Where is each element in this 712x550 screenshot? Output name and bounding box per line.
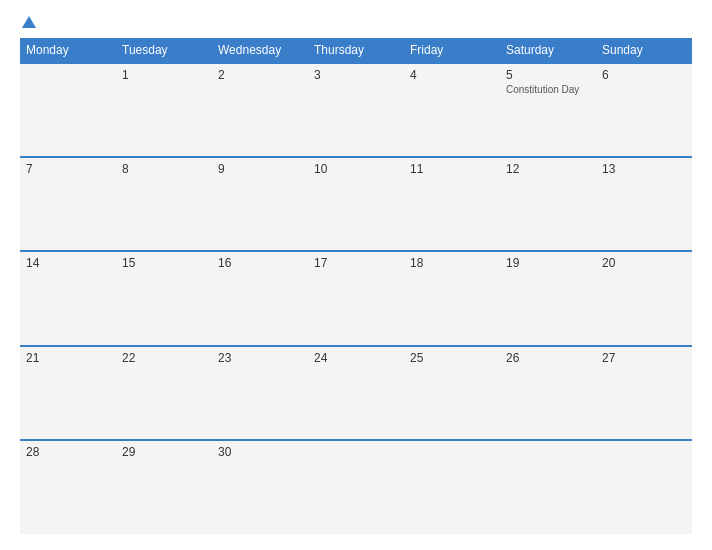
calendar-cell: 4 <box>404 63 500 157</box>
day-number: 20 <box>602 256 686 270</box>
calendar-header-row: MondayTuesdayWednesdayThursdayFridaySatu… <box>20 38 692 63</box>
calendar-cell <box>596 440 692 534</box>
weekday-header: Monday <box>20 38 116 63</box>
calendar-cell <box>20 63 116 157</box>
day-number: 21 <box>26 351 110 365</box>
day-number: 15 <box>122 256 206 270</box>
calendar-cell: 26 <box>500 346 596 440</box>
calendar-cell <box>308 440 404 534</box>
calendar-cell: 9 <box>212 157 308 251</box>
day-number: 7 <box>26 162 110 176</box>
calendar-cell: 7 <box>20 157 116 251</box>
weekday-header: Tuesday <box>116 38 212 63</box>
calendar-cell: 15 <box>116 251 212 345</box>
day-number: 14 <box>26 256 110 270</box>
calendar-header <box>20 16 692 28</box>
calendar-cell: 10 <box>308 157 404 251</box>
day-number: 24 <box>314 351 398 365</box>
day-number: 11 <box>410 162 494 176</box>
calendar-cell: 16 <box>212 251 308 345</box>
day-number: 13 <box>602 162 686 176</box>
calendar-cell: 23 <box>212 346 308 440</box>
calendar-cell: 27 <box>596 346 692 440</box>
calendar-cell: 28 <box>20 440 116 534</box>
calendar-cell: 3 <box>308 63 404 157</box>
calendar-cell: 11 <box>404 157 500 251</box>
calendar-cell: 25 <box>404 346 500 440</box>
logo-triangle-icon <box>22 16 36 28</box>
calendar-week-row: 21222324252627 <box>20 346 692 440</box>
day-number: 5 <box>506 68 590 82</box>
calendar-table: MondayTuesdayWednesdayThursdayFridaySatu… <box>20 38 692 534</box>
day-number: 10 <box>314 162 398 176</box>
day-number: 8 <box>122 162 206 176</box>
day-number: 30 <box>218 445 302 459</box>
logo <box>20 16 36 28</box>
day-number: 6 <box>602 68 686 82</box>
day-number: 26 <box>506 351 590 365</box>
weekday-header: Wednesday <box>212 38 308 63</box>
day-number: 16 <box>218 256 302 270</box>
calendar-week-row: 282930 <box>20 440 692 534</box>
calendar-cell <box>500 440 596 534</box>
calendar-cell: 1 <box>116 63 212 157</box>
calendar-cell: 29 <box>116 440 212 534</box>
calendar-cell: 24 <box>308 346 404 440</box>
day-number: 17 <box>314 256 398 270</box>
day-number: 22 <box>122 351 206 365</box>
day-number: 3 <box>314 68 398 82</box>
day-number: 9 <box>218 162 302 176</box>
calendar-cell: 12 <box>500 157 596 251</box>
calendar-cell: 14 <box>20 251 116 345</box>
calendar-cell: 20 <box>596 251 692 345</box>
calendar-cell: 19 <box>500 251 596 345</box>
calendar-cell: 21 <box>20 346 116 440</box>
day-number: 29 <box>122 445 206 459</box>
calendar-cell <box>404 440 500 534</box>
day-number: 18 <box>410 256 494 270</box>
weekday-header: Friday <box>404 38 500 63</box>
weekday-header: Thursday <box>308 38 404 63</box>
calendar-cell: 2 <box>212 63 308 157</box>
calendar-cell: 17 <box>308 251 404 345</box>
calendar-week-row: 12345Constitution Day6 <box>20 63 692 157</box>
calendar-cell: 30 <box>212 440 308 534</box>
day-number: 23 <box>218 351 302 365</box>
calendar-cell: 13 <box>596 157 692 251</box>
day-number: 4 <box>410 68 494 82</box>
calendar-cell: 22 <box>116 346 212 440</box>
calendar-week-row: 14151617181920 <box>20 251 692 345</box>
calendar-week-row: 78910111213 <box>20 157 692 251</box>
calendar-cell: 8 <box>116 157 212 251</box>
calendar-cell: 18 <box>404 251 500 345</box>
day-number: 19 <box>506 256 590 270</box>
day-number: 12 <box>506 162 590 176</box>
weekday-header: Saturday <box>500 38 596 63</box>
holiday-label: Constitution Day <box>506 84 590 95</box>
calendar-cell: 5Constitution Day <box>500 63 596 157</box>
calendar-cell: 6 <box>596 63 692 157</box>
day-number: 1 <box>122 68 206 82</box>
day-number: 2 <box>218 68 302 82</box>
day-number: 28 <box>26 445 110 459</box>
weekday-header: Sunday <box>596 38 692 63</box>
day-number: 27 <box>602 351 686 365</box>
day-number: 25 <box>410 351 494 365</box>
